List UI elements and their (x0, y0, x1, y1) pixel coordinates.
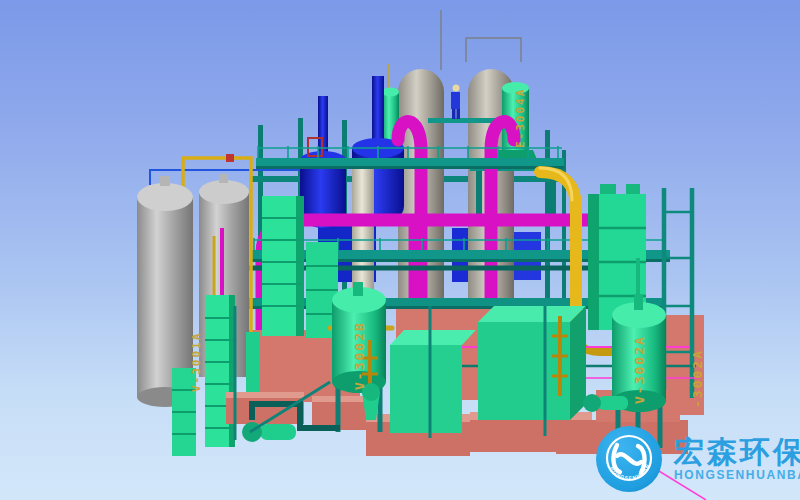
label-v3002a: V-3002A (632, 335, 647, 404)
label-v3002b: V-3002B (352, 321, 367, 390)
hongsen-logo-icon: HONGSENHUANBAO (594, 424, 664, 494)
hongsen-logo: HONGSENHUANBAO 宏森环保 HONGSENHUANBAO (594, 424, 800, 494)
label-e3004a: E-3004A (514, 88, 527, 148)
label-wall-3002a: -3002A (690, 349, 705, 408)
label-v3001a: V-3001A (190, 332, 203, 392)
brand-name-chinese: 宏森环保 (674, 436, 800, 468)
plant-3d-render: V-3001A V-3002B E-3004A V-3002A -3002A H… (0, 0, 800, 500)
brand-text: 宏森环保 HONGSENHUANBAO (674, 436, 800, 483)
worker-figure (451, 85, 460, 120)
brand-name-english: HONGSENHUANBAO (674, 468, 800, 482)
